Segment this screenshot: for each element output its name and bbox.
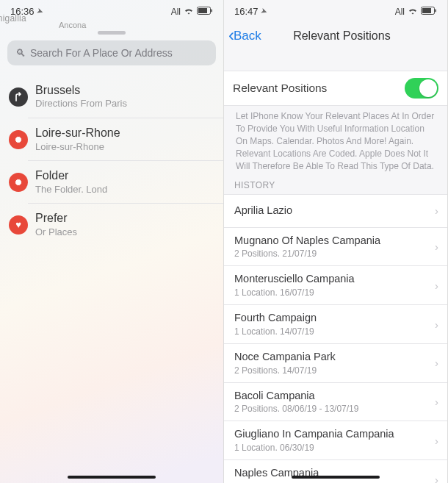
map-bg-label: enigallia — [0, 13, 26, 24]
history-row[interactable]: Monterusciello Campania 1 Location. 16/0… — [224, 266, 447, 305]
toggle-label: Relevant Positions — [233, 82, 327, 95]
history-row[interactable]: Giugliano In Campania Campania 1 Locatio… — [224, 421, 447, 460]
history-subtitle: 1 Location. 16/07/19 — [234, 287, 355, 298]
search-icon: 🔍︎ — [15, 47, 26, 59]
location-arrow-icon: ➤ — [35, 6, 45, 17]
svg-rect-5 — [436, 9, 437, 12]
history-subtitle: 1 Location. 14/07/19 — [234, 326, 317, 337]
history-title: Monterusciello Campania — [234, 272, 355, 287]
history-subtitle: 2 Positions. 14/07/19 — [234, 365, 336, 376]
maps-search-screen: 16:36 ➤ All enigallia Ancona 🔍︎ Search F… — [0, 0, 224, 483]
history-row[interactable]: Naples Campania 3 Positions. 15/06/19 - … — [224, 460, 447, 483]
svg-rect-4 — [422, 8, 431, 13]
list-item[interactable]: Brussels Directions From Paris — [0, 76, 223, 118]
chevron-right-icon: › — [435, 204, 438, 217]
toggle-switch[interactable] — [405, 78, 438, 99]
history-title: Noce Campania Park — [234, 350, 336, 365]
status-bar: 16:36 ➤ All — [0, 0, 223, 21]
page-title: Relevant Positions — [241, 29, 443, 43]
list-item[interactable]: Folder The Folder. Lond — [0, 161, 223, 203]
pin-icon — [9, 130, 28, 149]
chevron-right-icon: › — [435, 396, 438, 408]
search-placeholder: Search For A Place Or Address — [30, 47, 173, 59]
pin-icon — [9, 173, 28, 192]
home-indicator[interactable] — [68, 476, 156, 479]
history-list: Aprilia Lazio › Mugnano Of Naples Campan… — [224, 194, 447, 483]
relevant-positions-screen: 16:47 ➤ All ‹ Back Relevant Positions Re… — [224, 0, 448, 483]
history-row[interactable]: Fourth Campaign 1 Location. 14/07/19 › — [224, 305, 447, 344]
history-row[interactable]: Bacoli Campania 2 Positions. 08/06/19 - … — [224, 383, 447, 422]
history-row[interactable]: Mugnano Of Naples Campania 2 Positions. … — [224, 228, 447, 267]
list-item-subtitle: Loire-sur-Rhone — [35, 141, 120, 154]
location-arrow-icon: ➤ — [259, 6, 269, 17]
nav-bar: ‹ Back Relevant Positions — [224, 21, 447, 51]
svg-rect-2 — [212, 9, 213, 12]
list-item-subtitle: Or Places — [35, 226, 77, 239]
map-bg-label: Ancona — [59, 21, 86, 29]
content: Relevant Positions Let IPhone Know Your … — [224, 51, 447, 483]
relevant-positions-toggle-row[interactable]: Relevant Positions — [224, 71, 447, 106]
svg-rect-1 — [198, 8, 207, 13]
wifi-icon — [408, 7, 418, 17]
list-item[interactable]: Loire-sur-Rhone Loire-sur-Rhone — [0, 118, 223, 160]
battery-icon — [421, 7, 437, 17]
list-item[interactable]: ♥ Prefer Or Places — [0, 204, 223, 246]
chevron-right-icon: › — [435, 434, 438, 447]
search-input[interactable]: 🔍︎ Search For A Place Or Address — [7, 40, 216, 65]
status-bar: 16:47 ➤ All — [224, 0, 447, 21]
list-item-title: Folder — [35, 168, 107, 183]
drag-handle[interactable] — [98, 31, 126, 35]
battery-icon — [197, 7, 213, 17]
history-subtitle: 2 Positions. 21/07/19 — [234, 248, 380, 260]
history-title: Fourth Campaign — [234, 311, 317, 326]
chevron-right-icon: › — [435, 473, 438, 483]
history-title: Bacoli Campania — [234, 389, 358, 404]
history-subtitle: 1 Location. 06/30/19 — [234, 442, 394, 454]
list-item-title: Loire-sur-Rhone — [35, 126, 120, 140]
list-item-title: Brussels — [35, 83, 127, 98]
history-row[interactable]: Noce Campania Park 2 Positions. 14/07/19… — [224, 344, 447, 383]
status-time: 16:47 — [234, 6, 259, 17]
chevron-right-icon: › — [435, 357, 438, 369]
status-network-label: All — [395, 7, 405, 17]
home-indicator[interactable] — [292, 476, 380, 479]
status-network-label: All — [171, 7, 181, 17]
history-row[interactable]: Aprilia Lazio › — [224, 195, 447, 228]
turn-arrow-icon — [9, 87, 28, 107]
history-subtitle: 2 Positions. 08/06/19 - 13/07/19 — [234, 403, 358, 415]
chevron-right-icon: › — [435, 318, 438, 331]
chevron-right-icon: › — [435, 279, 438, 292]
info-text: Let IPhone Know Your Relevant Places At … — [224, 106, 447, 174]
list-item-title: Prefer — [35, 211, 77, 226]
history-title: Aprilia Lazio — [234, 204, 292, 218]
history-title: Giugliano In Campania Campania — [234, 427, 394, 442]
wifi-icon — [184, 7, 194, 17]
list-item-subtitle: Directions From Paris — [35, 98, 127, 110]
history-title: Mugnano Of Naples Campania — [234, 234, 380, 248]
heart-icon: ♥ — [9, 215, 28, 235]
list-item-subtitle: The Folder. Lond — [35, 184, 107, 196]
history-header: HISTORY — [224, 174, 447, 194]
chevron-right-icon: › — [435, 240, 438, 253]
